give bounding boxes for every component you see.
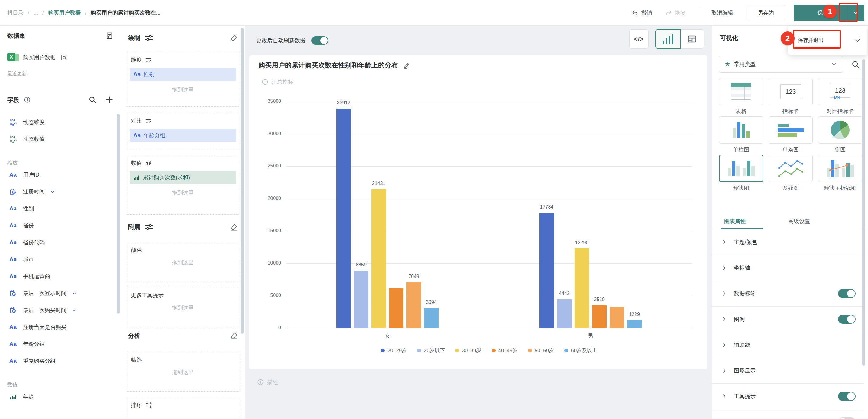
switch-dataset-icon[interactable]	[105, 31, 114, 40]
tab-advanced-settings[interactable]: 高级设置	[788, 218, 810, 225]
add-field-icon[interactable]	[105, 95, 114, 104]
bar-男-50–59岁[interactable]	[610, 306, 624, 328]
add-summary-button[interactable]: 汇总指标	[261, 78, 293, 86]
undo-button[interactable]: 撤销	[631, 9, 652, 16]
setting-row-2[interactable]: 坐标轴	[712, 255, 864, 281]
legend-item[interactable]: 30–39岁	[455, 347, 481, 354]
table-view-button[interactable]	[680, 29, 704, 49]
chart-type-bar[interactable]	[769, 116, 813, 144]
chart-type-table[interactable]	[719, 78, 763, 105]
fields-scrollbar[interactable]	[117, 114, 120, 314]
field-item[interactable]: Aa省份代码	[0, 234, 117, 251]
setting-toggle[interactable]	[838, 418, 856, 419]
setting-label: 坐标轴	[734, 264, 856, 271]
setting-row-3[interactable]: 数据标签	[712, 281, 864, 306]
field-item[interactable]: 123动态维度	[0, 114, 117, 130]
legend-item[interactable]: 50–59岁	[528, 347, 554, 354]
field-item[interactable]: 最后一次购买时间	[0, 302, 117, 319]
chevron-right-icon	[721, 368, 727, 373]
bar-女-30–39岁[interactable]	[371, 189, 386, 328]
save-button[interactable]: 保存	[794, 9, 846, 16]
chart-type-category-select[interactable]: ★ 常用类型	[719, 56, 843, 72]
bar-女-40–49岁[interactable]	[389, 289, 403, 328]
bar-男-20岁以下[interactable]	[557, 299, 571, 328]
field-item[interactable]: 年龄	[0, 388, 117, 405]
canvas-area: 更改后自动刷新数据 </> 购买用户的累计购买次数在性别和年龄上的分布 汇总指标…	[245, 25, 712, 419]
chevron-down-icon[interactable]	[71, 290, 78, 296]
chart-type-grouped-column[interactable]	[719, 155, 763, 182]
search-fields-icon[interactable]	[88, 95, 97, 104]
setting-row-1[interactable]: 主题/颜色	[712, 230, 864, 255]
bar-女-20–29岁[interactable]	[336, 109, 351, 328]
field-item[interactable]: Aa手机运营商	[0, 268, 117, 285]
field-item[interactable]: Aa省份	[0, 217, 117, 234]
chevron-down-icon[interactable]	[50, 189, 56, 195]
chart-type-grouped-column-line[interactable]	[818, 155, 862, 182]
info-icon[interactable]	[24, 96, 31, 103]
chevron-down-icon[interactable]	[71, 307, 78, 313]
clear-draw-icon[interactable]	[230, 34, 238, 42]
clear-attach-icon[interactable]	[230, 223, 238, 231]
chart-type-multi-line[interactable]	[769, 155, 813, 182]
setting-row-8[interactable]: 分组累计线	[712, 409, 864, 419]
search-chart-type-icon[interactable]	[851, 60, 860, 69]
field-item[interactable]: Aa年龄分组	[0, 335, 117, 353]
cancel-edit-button[interactable]: 取消编辑	[711, 9, 733, 16]
gear-icon[interactable]	[145, 159, 152, 167]
chart-type-compare-kpi[interactable]: 123 VS	[818, 78, 862, 105]
panel-scrollbar[interactable]	[862, 59, 865, 366]
chart-type-pie[interactable]	[818, 116, 862, 144]
field-item[interactable]: Aa注册当天是否购买	[0, 319, 117, 335]
code-view-button[interactable]: </>	[629, 29, 649, 49]
chart-view-icon	[663, 34, 673, 44]
setting-toggle[interactable]	[838, 289, 856, 298]
breadcrumb-parent[interactable]: 购买用户数据	[48, 9, 81, 16]
chip-dimension-gender[interactable]: Aa 性别	[130, 68, 236, 81]
legend-item[interactable]: 40–49岁	[492, 347, 518, 354]
edit-title-icon[interactable]	[403, 61, 411, 69]
legend-item[interactable]: 60岁及以上	[564, 347, 597, 354]
clear-analysis-icon[interactable]	[230, 331, 238, 340]
field-item[interactable]: Aa城市	[0, 251, 117, 268]
setting-row-5[interactable]: 辅助线	[712, 332, 864, 358]
bar-女-50–59岁[interactable]	[406, 282, 421, 328]
y-axis-tick: 15000	[257, 228, 281, 233]
setting-toggle[interactable]	[838, 392, 856, 401]
breadcrumb-ellipsis[interactable]: ...	[34, 10, 38, 16]
preview-dataset-icon[interactable]	[60, 54, 68, 61]
setting-row-4[interactable]: 图例	[712, 306, 864, 332]
dataset-row[interactable]: X 购买用户数据	[7, 53, 68, 62]
chart-view-button[interactable]	[655, 29, 681, 49]
bar-女-20岁以下[interactable]	[354, 271, 368, 328]
chart-type-column[interactable]	[719, 116, 763, 144]
field-item[interactable]: Aa用户ID	[0, 166, 117, 183]
field-item[interactable]: Aa性别	[0, 200, 117, 217]
chart-type-kpi[interactable]: 123	[769, 78, 813, 105]
bar-value-label: 17784	[526, 204, 568, 210]
breadcrumb-root[interactable]: 根目录	[7, 9, 24, 16]
save-as-button[interactable]: 另存为	[746, 5, 785, 20]
chip-compare-age-group[interactable]: Aa 年龄分组	[130, 129, 236, 142]
setting-toggle[interactable]	[838, 315, 856, 324]
bar-男-20–29岁[interactable]	[539, 213, 554, 328]
draw-scrollbar[interactable]	[241, 28, 244, 334]
add-description-button[interactable]: 描述	[257, 379, 278, 386]
setting-row-6[interactable]: 图形显示	[712, 358, 864, 384]
tab-chart-properties[interactable]: 图表属性	[724, 218, 746, 225]
bar-男-30–39岁[interactable]	[575, 248, 589, 328]
setting-row-7[interactable]: 工具提示	[712, 384, 864, 409]
bar-男-60岁及以上[interactable]	[627, 320, 642, 328]
chevron-right-icon	[721, 393, 727, 399]
legend-item[interactable]: 20–29岁	[381, 347, 407, 354]
auto-refresh-toggle[interactable]	[311, 36, 328, 45]
redo-button[interactable]: 恢复	[665, 9, 686, 16]
field-item[interactable]: 注册时间	[0, 183, 117, 200]
field-item[interactable]: 最后一次登录时间	[0, 285, 117, 302]
bar-女-60岁及以上[interactable]	[424, 308, 438, 328]
text-field-icon: Aa	[8, 358, 18, 364]
legend-item[interactable]: 20岁以下	[417, 347, 445, 354]
chip-value-metric[interactable]: 累计购买次数(求和)	[130, 171, 236, 184]
field-item[interactable]: 123动态数值	[0, 130, 117, 148]
field-item[interactable]: Aa重复购买分组	[0, 353, 117, 369]
bar-男-40–49岁[interactable]	[592, 305, 607, 328]
